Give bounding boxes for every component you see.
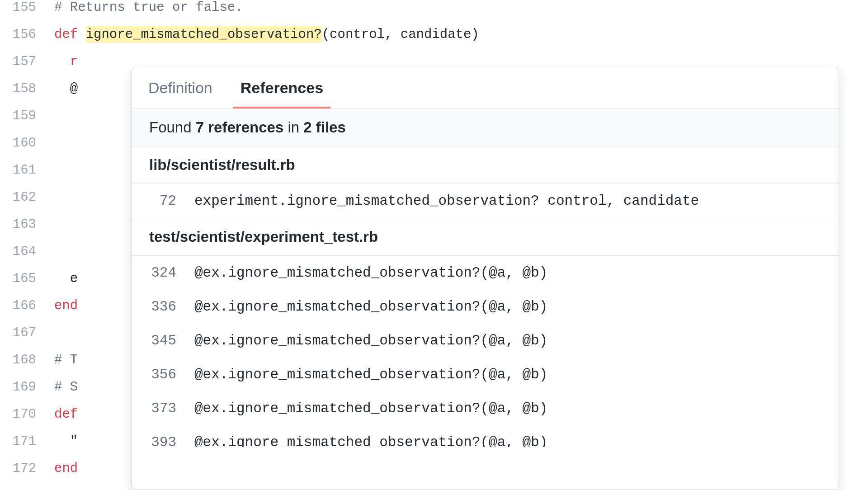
line-number: 169: [0, 380, 54, 395]
line-number: 162: [0, 190, 54, 205]
tab-references[interactable]: References: [233, 68, 330, 108]
ref-line-number: 72: [149, 193, 194, 209]
ref-line-number: 373: [149, 400, 194, 416]
line-content: def ignore_mismatched_observation?(contr…: [54, 27, 479, 42]
code-line[interactable]: 155 # Returns true or false.: [0, 0, 868, 27]
code-editor: 155 # Returns true or false. 156 def ign…: [0, 0, 868, 490]
ref-line-number: 356: [149, 367, 194, 382]
line-number: 156: [0, 27, 54, 42]
line-number: 161: [0, 163, 54, 178]
line-content: end: [54, 298, 78, 313]
ref-code: @ex.ignore_mismatched_observation?(@a, @…: [194, 265, 547, 281]
line-number: 164: [0, 244, 54, 259]
line-content: end: [54, 461, 78, 476]
popup-tabs: Definition References: [132, 68, 839, 109]
ref-line-number: 345: [149, 333, 194, 349]
file-path[interactable]: lib/scientist/result.rb: [132, 146, 839, 184]
references-popup: Definition References Found 7 references…: [132, 68, 839, 490]
line-content: # T: [54, 353, 78, 368]
ref-code: @ex.ignore_mismatched_observation?(@a, @…: [194, 299, 547, 315]
line-number: 157: [0, 54, 54, 69]
line-number: 159: [0, 108, 54, 123]
line-number: 172: [0, 461, 54, 476]
file-path[interactable]: test/scientist/experiment_test.rb: [132, 218, 839, 256]
highlighted-symbol[interactable]: ignore_mismatched_observation?: [86, 26, 322, 43]
line-number: 165: [0, 271, 54, 286]
ref-line-number: 393: [149, 434, 194, 447]
line-number: 166: [0, 298, 54, 313]
references-summary: Found 7 references in 2 files: [132, 109, 839, 146]
reference-line[interactable]: 345 @ex.ignore_mismatched_observation?(@…: [132, 324, 839, 358]
reference-line[interactable]: 356 @ex.ignore_mismatched_observation?(@…: [132, 358, 839, 391]
line-number: 171: [0, 434, 54, 449]
line-content: # S: [54, 380, 78, 395]
reference-line[interactable]: 72 experiment.ignore_mismatched_observat…: [132, 184, 839, 218]
code-line[interactable]: 156 def ignore_mismatched_observation?(c…: [0, 27, 868, 54]
reference-line[interactable]: 393 @ex.ignore_mismatched_observation?(@…: [132, 425, 839, 447]
reference-line[interactable]: 336 @ex.ignore_mismatched_observation?(@…: [132, 290, 839, 324]
line-number: 160: [0, 136, 54, 151]
file-group: test/scientist/experiment_test.rb 324 @e…: [132, 218, 839, 447]
ref-code: experiment.ignore_mismatched_observation…: [194, 193, 699, 209]
line-content: def: [54, 407, 78, 422]
line-content: @: [54, 81, 78, 96]
file-group: lib/scientist/result.rb 72 experiment.ig…: [132, 146, 839, 218]
ref-code: @ex.ignore_mismatched_observation?(@a, @…: [194, 333, 547, 349]
ref-line-number: 324: [149, 265, 194, 281]
line-number: 158: [0, 81, 54, 96]
line-number: 155: [0, 0, 54, 15]
line-content: ": [54, 434, 78, 449]
line-content: # Returns true or false.: [54, 0, 243, 15]
line-number: 168: [0, 353, 54, 368]
line-content: r: [54, 54, 78, 69]
line-number: 167: [0, 325, 54, 340]
ref-line-number: 336: [149, 299, 194, 315]
ref-code: @ex.ignore_mismatched_observation?(@a, @…: [194, 434, 547, 447]
line-number: 163: [0, 217, 54, 232]
tab-definition[interactable]: Definition: [141, 68, 220, 108]
line-number: 170: [0, 407, 54, 422]
line-content: e: [54, 271, 78, 286]
reference-line[interactable]: 324 @ex.ignore_mismatched_observation?(@…: [132, 256, 839, 290]
ref-code: @ex.ignore_mismatched_observation?(@a, @…: [194, 367, 547, 382]
ref-code: @ex.ignore_mismatched_observation?(@a, @…: [194, 400, 547, 416]
reference-line[interactable]: 373 @ex.ignore_mismatched_observation?(@…: [132, 391, 839, 425]
